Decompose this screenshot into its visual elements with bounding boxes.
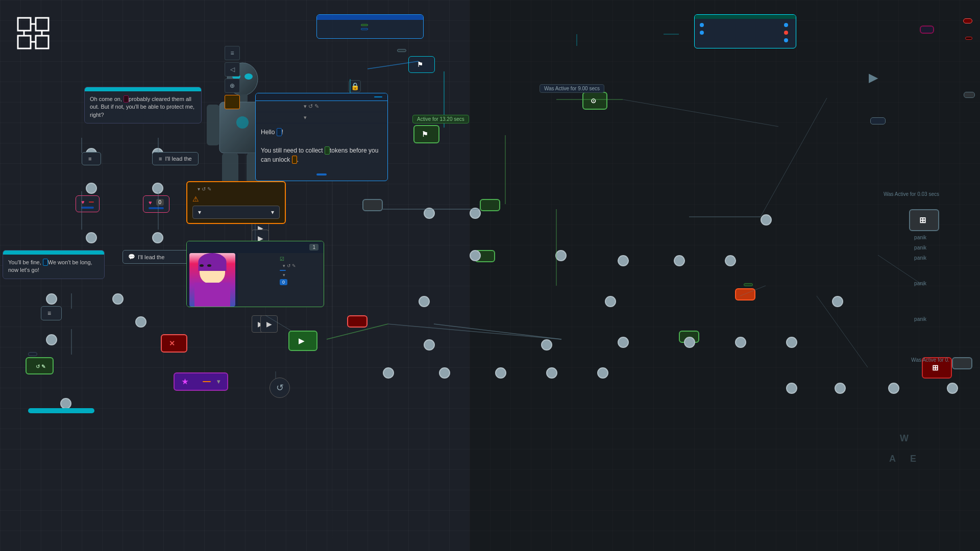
move-icon: ⊙ <box>591 97 596 105</box>
char-id-panel: 1 ☑ ▾ ↺ ✎ <box>186 241 324 307</box>
transition-row: ▾ <box>242 272 320 278</box>
pawn-dot <box>784 38 788 42</box>
sm-connector-8 <box>541 339 552 350</box>
think-btn[interactable]: ▾ ▾ <box>192 206 280 219</box>
play-sound-node: ↺ ✎ <box>26 357 54 374</box>
get-player-name-ref <box>43 259 48 266</box>
event-trigger-node[interactable]: ★ ▾ <box>174 372 228 391</box>
youll-fine-body: You'll be fine, We won't be long, now le… <box>3 255 104 279</box>
npc-badge <box>374 96 382 97</box>
patrol-icon: ⚑ <box>417 61 423 68</box>
pose-row <box>242 270 320 271</box>
sm-connector-7 <box>424 339 435 350</box>
youll-fine-node: You'll be fine, We won't be long, now le… <box>3 250 105 279</box>
right-hand-row: ☑ <box>242 256 320 262</box>
target-pawn-row <box>700 30 791 36</box>
svg-rect-29 <box>18 36 31 48</box>
i-dont-know-btn[interactable]: ≡ <box>82 152 101 165</box>
response-label: ▾ ↺ ✎ <box>192 186 280 192</box>
speech-icon: 💬 <box>128 254 135 260</box>
w-key: W <box>900 433 909 444</box>
move-target-node: ⊙ <box>582 92 607 110</box>
panik-label-1: panik <box>914 235 926 240</box>
warning-icon: ⚠ <box>192 195 199 203</box>
play-btn-3[interactable]: ▶ <box>260 315 278 333</box>
heart-icon-2: ♥ <box>149 199 152 206</box>
relationship-node-2: ♥ 0 <box>143 195 169 213</box>
think-dropdown-arrow: ▾ <box>271 209 274 216</box>
right-panel-background <box>470 0 980 551</box>
response-audio-panel: ▾ ↺ ✎ ⚠ ▾ ▾ <box>186 181 286 224</box>
finish-was-active: Was Active for 0. <box>911 357 949 363</box>
patrol-area-node: ⚑ <box>408 56 435 73</box>
svg-point-41 <box>236 116 249 129</box>
event-icon: ★ <box>182 378 188 386</box>
quest-header <box>317 15 423 20</box>
connector-10 <box>46 334 57 345</box>
npc-port-dot <box>700 23 704 27</box>
enemy-active-timer: Active for 13.20 secs <box>412 115 469 123</box>
svg-rect-30 <box>36 18 48 31</box>
dropdown-arrow: ▾ <box>198 209 201 216</box>
char-profile-row: ▾ ↺ ✎ <box>242 263 320 268</box>
sound-info: ↺ ✎ <box>34 364 45 369</box>
ill-lead-node: 💬 I'll lead the <box>122 250 189 264</box>
connector-11 <box>60 398 71 409</box>
connector-4 <box>152 183 163 194</box>
svg-rect-42 <box>207 105 219 145</box>
result-node <box>963 18 972 23</box>
panik-label-4: panik <box>914 281 926 286</box>
target-port-dot <box>784 23 788 27</box>
sm-connector-14 <box>618 255 629 266</box>
list-icon-3: ≡ <box>47 310 51 317</box>
sm-connector-19 <box>735 337 746 348</box>
toolbar-btn-3[interactable]: ⊕ <box>225 79 240 93</box>
sm-connector-21 <box>832 296 843 307</box>
attack-active-timer <box>744 283 753 286</box>
advance-btn[interactable]: ▶ <box>288 331 317 351</box>
item-count-ref <box>325 146 330 155</box>
dialogue-text-area: Hello ! You still need to collect tokens… <box>256 123 387 168</box>
sm-connector-22 <box>786 337 797 348</box>
logo-icon <box>15 15 56 51</box>
we-should-head-back: ≡ <box>41 306 62 320</box>
list-icon-2: ≡ <box>159 156 162 162</box>
sm-connector-16 <box>725 255 736 266</box>
a-key: A <box>889 454 896 464</box>
toolbar-btn-1[interactable]: ≡ <box>225 46 240 60</box>
connector-3 <box>86 183 97 194</box>
can-see-pawn-node <box>694 14 796 48</box>
panik-label-5: panik <box>914 316 926 322</box>
target-pawn-dot <box>700 31 704 35</box>
sm-connector-25 <box>888 383 899 394</box>
close-icon: ✕ <box>169 339 175 347</box>
toolbar-btn-2[interactable]: ◁ <box>225 62 240 77</box>
connector-7 <box>46 293 57 305</box>
position-row: 0 <box>242 279 320 285</box>
dialogue-panel: ▾ ↺ ✎ ▾ Hello ! You still need to collec… <box>255 93 388 181</box>
history-btn[interactable]: ↺ <box>270 378 290 398</box>
select-area <box>256 168 387 181</box>
ill-lead-btn[interactable]: ≡ I'll lead the <box>152 152 199 165</box>
allows-brief-movement <box>28 352 37 356</box>
list-icon: ≡ <box>88 156 91 162</box>
svg-point-38 <box>244 73 253 80</box>
youll-fine-header <box>3 251 104 255</box>
cancel-node <box>347 315 368 328</box>
toolbar-fault-btn[interactable] <box>225 95 240 109</box>
player2-dialogue-node: Oh come on, probably cleared them all ou… <box>84 87 202 123</box>
sm-connector-10 <box>439 367 450 379</box>
pawn-row <box>700 37 791 43</box>
enemy-spotted-node: ⚑ <box>413 125 439 143</box>
left-toolbar: ≡ ◁ ⊕ <box>225 46 240 109</box>
can-see-header <box>695 15 796 19</box>
sm-connector-15 <box>674 255 685 266</box>
can-see-body <box>695 19 796 48</box>
sm-connector-23 <box>786 383 797 394</box>
finish-icon: ⊞ <box>932 363 939 372</box>
svg-rect-31 <box>36 36 48 48</box>
validate-target-node <box>480 199 500 211</box>
sm-connector-6 <box>605 296 616 307</box>
close-dialogue-btn[interactable]: ✕ <box>161 334 187 353</box>
sm-connector-9 <box>383 367 394 379</box>
